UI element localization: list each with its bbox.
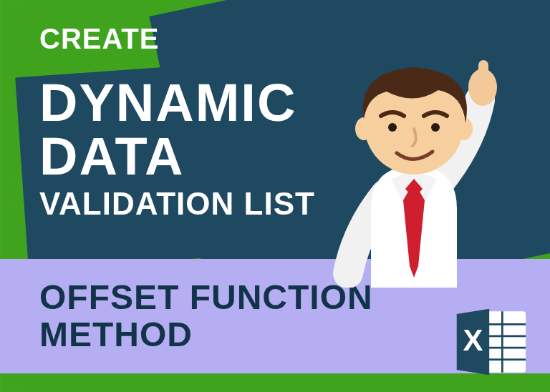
- subtitle-text: OFFSET FUNCTION METHOD: [39, 279, 373, 353]
- svg-point-5: [388, 123, 397, 132]
- excel-icon-letter: X: [463, 323, 483, 357]
- subtitle-line-2: METHOD: [39, 316, 373, 353]
- svg-point-6: [431, 123, 440, 132]
- heading-main: DYNAMIC DATA VALIDATION LIST: [39, 76, 315, 220]
- excel-icon: X: [451, 306, 530, 378]
- svg-point-3: [355, 117, 372, 140]
- heading-line-2: DATA: [39, 129, 315, 183]
- heading-line-3: VALIDATION LIST: [39, 188, 315, 220]
- svg-rect-1: [478, 60, 488, 87]
- heading-create: CREATE: [39, 23, 159, 55]
- businessman-character: [307, 44, 521, 288]
- heading-line-1: DYNAMIC: [39, 76, 315, 129]
- svg-point-4: [455, 117, 473, 140]
